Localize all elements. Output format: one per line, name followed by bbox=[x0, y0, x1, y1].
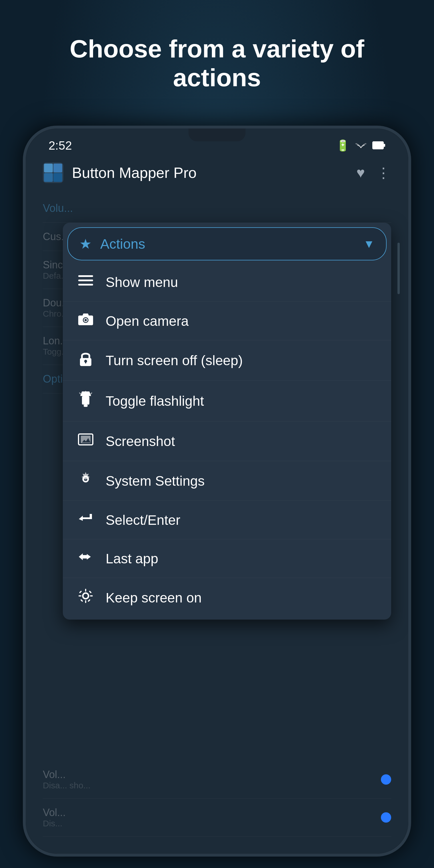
chevron-down-icon: ▼ bbox=[363, 238, 375, 250]
flashlight-icon bbox=[77, 391, 94, 411]
svg-rect-26 bbox=[88, 599, 91, 602]
svg-rect-22 bbox=[85, 600, 86, 603]
svg-rect-25 bbox=[79, 590, 82, 593]
favorite-icon[interactable]: ♥ bbox=[356, 164, 365, 181]
enter-icon bbox=[77, 511, 94, 529]
svg-rect-28 bbox=[89, 590, 92, 593]
bottom-rows: Vol... Disa... sho... Vol... Dis... bbox=[43, 761, 391, 837]
actions-selector[interactable]: ★ Actions ▼ bbox=[67, 227, 386, 260]
svg-line-15 bbox=[80, 393, 81, 394]
bg-row-volume-title: Volu... bbox=[43, 202, 391, 214]
hero-text: Choose from a variety of actions bbox=[0, 34, 434, 92]
settings-icon bbox=[77, 471, 94, 490]
menu-item-flashlight[interactable]: Toggle flashlight bbox=[63, 381, 391, 422]
battery-icon: 🔋 bbox=[336, 140, 349, 152]
svg-rect-24 bbox=[90, 595, 93, 596]
svg-rect-0 bbox=[373, 142, 383, 149]
screen-off-label: Turn screen off (sleep) bbox=[106, 352, 243, 368]
wifi-icon bbox=[355, 140, 367, 152]
app-icon bbox=[43, 162, 63, 183]
keep-screen-label: Keep screen on bbox=[106, 590, 202, 606]
battery-level-icon bbox=[372, 140, 385, 152]
svg-rect-12 bbox=[82, 396, 89, 405]
app-bar: Button Mapper Pro ♥ ⋮ bbox=[26, 157, 408, 188]
flashlight-label: Toggle flashlight bbox=[106, 393, 204, 409]
svg-rect-4 bbox=[78, 284, 93, 285]
svg-rect-3 bbox=[78, 280, 93, 281]
bg-row-vol2: Vol... Disa... sho... bbox=[43, 761, 391, 799]
svg-rect-1 bbox=[383, 144, 385, 147]
menu-item-select-enter[interactable]: Select/Enter bbox=[63, 501, 391, 539]
actions-label: Actions bbox=[100, 236, 354, 252]
last-app-icon bbox=[77, 550, 94, 567]
camera-icon bbox=[77, 312, 94, 330]
lock-icon bbox=[77, 351, 94, 370]
menu-item-screenshot[interactable]: Screenshot bbox=[63, 422, 391, 461]
bg-row-vol3-title: Vol... bbox=[43, 807, 391, 818]
keep-screen-icon bbox=[77, 588, 94, 607]
svg-point-20 bbox=[83, 593, 89, 599]
svg-rect-10 bbox=[85, 361, 86, 364]
status-icons: 🔋 bbox=[336, 140, 385, 152]
blue-dot-1 bbox=[381, 774, 391, 785]
bg-row-volume-label: Volu... bbox=[43, 194, 391, 223]
phone-notch bbox=[188, 128, 246, 141]
app-title: Button Mapper Pro bbox=[72, 164, 348, 181]
blue-dot-2 bbox=[381, 812, 391, 823]
svg-rect-13 bbox=[84, 405, 88, 407]
app-bar-actions: ♥ ⋮ bbox=[356, 164, 391, 181]
phone-frame: 2:52 🔋 bbox=[23, 126, 411, 857]
more-options-icon[interactable]: ⋮ bbox=[376, 164, 391, 181]
screenshot-label: Screenshot bbox=[106, 433, 175, 449]
menu-list: Show menu Open camera bbox=[63, 260, 391, 620]
menu-item-open-camera[interactable]: Open camera bbox=[63, 302, 391, 340]
open-camera-label: Open camera bbox=[106, 313, 189, 329]
show-menu-label: Show menu bbox=[106, 274, 178, 290]
svg-rect-2 bbox=[78, 275, 93, 277]
bg-row-vol2-title: Vol... bbox=[43, 769, 391, 781]
menu-item-keep-screen[interactable]: Keep screen on bbox=[63, 578, 391, 617]
bg-row-vol3-sub: Dis... bbox=[43, 818, 391, 828]
menu-icon bbox=[77, 273, 94, 291]
star-icon: ★ bbox=[80, 236, 92, 252]
menu-item-system-settings[interactable]: System Settings bbox=[63, 461, 391, 501]
dropdown-overlay: ★ Actions ▼ Show menu bbox=[63, 223, 391, 620]
svg-line-16 bbox=[91, 393, 92, 394]
svg-rect-23 bbox=[79, 595, 82, 596]
menu-item-screen-off[interactable]: Turn screen off (sleep) bbox=[63, 340, 391, 381]
svg-point-7 bbox=[85, 319, 87, 321]
menu-item-last-app[interactable]: Last app bbox=[63, 539, 391, 578]
system-settings-label: System Settings bbox=[106, 473, 205, 489]
last-app-label: Last app bbox=[106, 551, 158, 566]
menu-item-show-menu[interactable]: Show menu bbox=[63, 263, 391, 302]
status-time: 2:52 bbox=[49, 139, 72, 152]
svg-rect-27 bbox=[80, 599, 83, 602]
svg-rect-21 bbox=[85, 589, 86, 592]
bg-row-vol2-sub: Disa... sho... bbox=[43, 781, 391, 790]
screenshot-icon bbox=[77, 432, 94, 451]
bg-row-vol3: Vol... Dis... bbox=[43, 799, 391, 837]
phone-screen: 2:52 🔋 bbox=[26, 128, 408, 854]
select-enter-label: Select/Enter bbox=[106, 512, 180, 528]
scrollbar bbox=[398, 243, 400, 294]
